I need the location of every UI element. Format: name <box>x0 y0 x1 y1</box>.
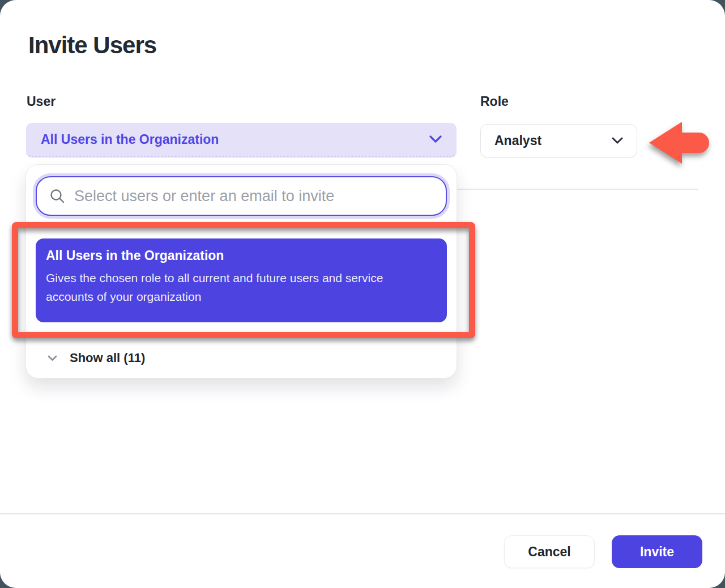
option-description: Gives the chosen role to all current and… <box>46 269 431 306</box>
invite-button[interactable]: Invite <box>612 535 702 568</box>
user-select[interactable]: All Users in the Organization <box>26 123 457 157</box>
footer-divider <box>0 513 725 514</box>
chevron-down-icon <box>48 355 57 361</box>
show-all-label: Show all (11) <box>70 351 145 365</box>
user-search-input[interactable] <box>74 188 433 205</box>
cancel-button[interactable]: Cancel <box>504 535 595 568</box>
role-select-value: Analyst <box>494 133 541 148</box>
user-search-box <box>36 176 447 216</box>
option-all-users[interactable]: All Users in the Organization Gives the … <box>36 238 447 322</box>
chevron-down-icon <box>612 137 623 144</box>
role-field-label: Role <box>480 94 509 109</box>
show-all-toggle[interactable]: Show all (11) <box>26 346 457 370</box>
user-select-value: All Users in the Organization <box>41 132 219 147</box>
user-field-label: User <box>27 94 56 109</box>
user-dropdown-panel: All Users in the Organization Gives the … <box>25 164 457 378</box>
invite-users-dialog: Invite Users User Role All Users in the … <box>0 0 725 588</box>
option-title: All Users in the Organization <box>46 248 437 263</box>
chevron-down-icon <box>429 135 442 143</box>
search-icon <box>49 188 65 204</box>
annotation-arrow-icon <box>645 118 713 169</box>
role-select[interactable]: Analyst <box>480 124 637 157</box>
page-title: Invite Users <box>28 32 156 59</box>
